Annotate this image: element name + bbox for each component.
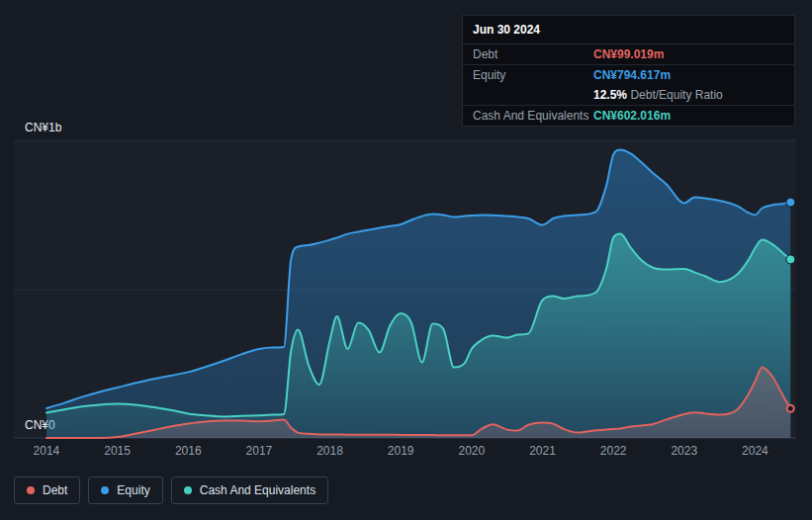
legend-label: Debt bbox=[43, 483, 67, 497]
equity-end-marker bbox=[786, 198, 795, 207]
tooltip-ratio-label: Debt/Equity Ratio bbox=[630, 88, 722, 102]
legend-debt[interactable]: Debt bbox=[14, 477, 80, 504]
tooltip-ratio: 12.5% Debt/Equity Ratio bbox=[593, 88, 723, 102]
chart-page: Jun 30 2024 Debt CN¥99.019m Equity CN¥79… bbox=[0, 0, 812, 520]
legend-equity[interactable]: Equity bbox=[88, 477, 162, 504]
tooltip-debt-value: CN¥99.019m bbox=[593, 47, 664, 61]
legend-label: Cash And Equivalents bbox=[200, 483, 316, 497]
x-axis-label-2023: 2023 bbox=[671, 444, 697, 458]
chart-canvas[interactable] bbox=[14, 138, 796, 445]
x-axis-label-2016: 2016 bbox=[175, 444, 202, 458]
legend-label: Equity bbox=[117, 483, 149, 497]
x-axis-label-2020: 2020 bbox=[458, 444, 485, 458]
legend-dot bbox=[101, 486, 109, 494]
x-axis-label-2021: 2021 bbox=[529, 444, 556, 458]
tooltip-cash-label: Cash And Equivalents bbox=[473, 109, 593, 123]
cash-and-equivalents-end-marker bbox=[786, 255, 795, 264]
tooltip: Jun 30 2024 Debt CN¥99.019m Equity CN¥79… bbox=[462, 15, 795, 127]
x-axis-label-2018: 2018 bbox=[316, 444, 343, 458]
plot-area[interactable] bbox=[14, 138, 796, 438]
tooltip-date: Jun 30 2024 bbox=[463, 16, 794, 44]
tooltip-row-equity: Equity CN¥794.617m bbox=[463, 65, 794, 85]
x-axis-label-2015: 2015 bbox=[104, 444, 131, 458]
tooltip-cash-value: CN¥602.016m bbox=[593, 109, 671, 123]
tooltip-ratio-value: 12.5% bbox=[593, 88, 627, 102]
x-axis-label-2014: 2014 bbox=[34, 444, 60, 458]
tooltip-row-debt: Debt CN¥99.019m bbox=[463, 44, 794, 65]
x-axis-label-2024: 2024 bbox=[742, 444, 768, 458]
tooltip-equity-value: CN¥794.617m bbox=[593, 68, 671, 82]
x-axis-label-2017: 2017 bbox=[246, 444, 273, 458]
tooltip-debt-label: Debt bbox=[473, 47, 593, 61]
y-axis-label-top: CN¥1b bbox=[25, 121, 61, 134]
legend-cash-and-equivalents[interactable]: Cash And Equivalents bbox=[171, 477, 328, 504]
tooltip-row-cash: Cash And Equivalents CN¥602.016m bbox=[463, 106, 794, 126]
legend-dot bbox=[184, 486, 192, 494]
x-axis-label-2019: 2019 bbox=[388, 444, 414, 458]
x-axis-label-2022: 2022 bbox=[600, 444, 627, 458]
debt-end-marker bbox=[787, 405, 794, 412]
legend-dot bbox=[27, 486, 35, 494]
tooltip-equity-label: Equity bbox=[473, 68, 593, 82]
tooltip-row-ratio: 12.5% Debt/Equity Ratio bbox=[463, 85, 794, 106]
legend: DebtEquityCash And Equivalents bbox=[14, 477, 328, 504]
